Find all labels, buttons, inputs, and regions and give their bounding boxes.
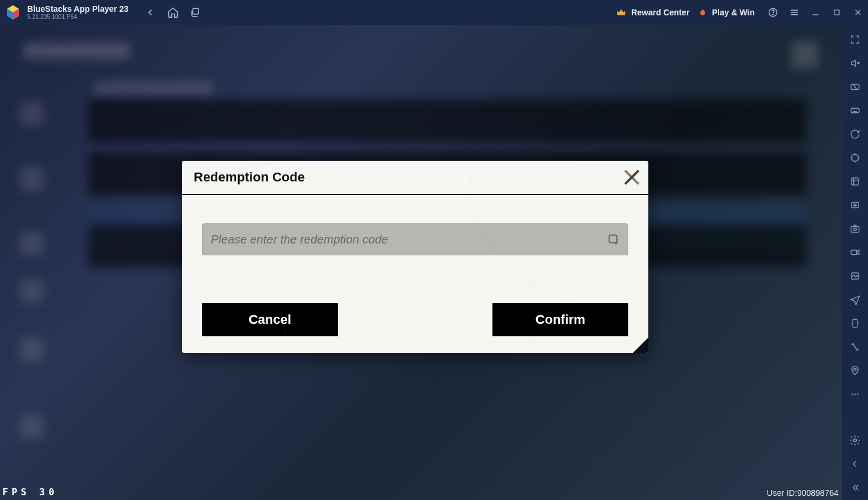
sync-icon[interactable] (849, 128, 862, 141)
home-icon[interactable] (167, 7, 179, 18)
hamburger-icon[interactable] (789, 7, 800, 18)
maximize-icon[interactable] (831, 7, 842, 18)
svg-rect-4 (609, 235, 617, 243)
app-title: BlueStacks App Player 23 (27, 5, 128, 14)
minimize-icon[interactable] (810, 7, 821, 18)
svg-point-17 (854, 394, 856, 395)
more-icon[interactable] (849, 388, 862, 401)
location-icon[interactable] (849, 364, 862, 377)
game-viewport: Redemption Code Please enter the redempt… (0, 25, 842, 500)
collapse-sidebar-icon[interactable] (849, 481, 862, 494)
recents-icon[interactable] (190, 7, 201, 18)
paste-icon[interactable] (605, 231, 622, 248)
record-icon[interactable] (849, 246, 862, 259)
reward-center-label: Reward Center (631, 8, 690, 17)
cancel-button-label: Cancel (249, 312, 291, 327)
modal-corner-notch (633, 337, 648, 353)
svg-point-15 (854, 368, 856, 371)
shake-icon[interactable] (849, 340, 862, 353)
modal-button-row: Cancel Confirm (202, 303, 628, 336)
fullscreen-icon[interactable] (849, 33, 862, 46)
svg-point-16 (851, 394, 853, 395)
cancel-button[interactable]: Cancel (202, 303, 338, 336)
play-and-win-label: Play & Win (712, 8, 755, 17)
svg-rect-14 (853, 319, 857, 327)
bluestacks-logo (5, 4, 21, 21)
keymap-icon[interactable] (849, 80, 862, 93)
settings-gear-icon[interactable] (849, 434, 862, 447)
apk-icon[interactable] (849, 199, 862, 212)
screenshot-icon[interactable] (849, 222, 862, 235)
flame-icon (698, 8, 707, 17)
keyboard-icon[interactable] (849, 104, 862, 117)
main-area: Redemption Code Please enter the redempt… (0, 25, 868, 500)
play-and-win-button[interactable]: Play & Win (698, 8, 755, 17)
titlebar: BlueStacks App Player 23 5.21.205.1001 P… (0, 0, 868, 25)
close-x-icon (622, 168, 641, 187)
svg-rect-6 (851, 108, 859, 113)
svg-point-11 (854, 228, 857, 231)
svg-rect-12 (851, 250, 857, 255)
modal-close-button[interactable] (620, 165, 644, 189)
modal-title: Redemption Code (194, 170, 305, 185)
redemption-code-modal: Redemption Code Please enter the redempt… (182, 161, 648, 353)
reward-center-button[interactable]: Reward Center (616, 7, 690, 18)
confirm-button[interactable]: Confirm (492, 303, 628, 336)
svg-point-2 (772, 14, 773, 15)
back-icon[interactable] (145, 7, 156, 18)
svg-point-19 (854, 439, 857, 442)
svg-rect-0 (193, 8, 199, 14)
volume-mute-icon[interactable] (849, 57, 862, 70)
help-icon[interactable] (768, 7, 778, 18)
redemption-code-input[interactable]: Please enter the redemption code (202, 223, 628, 255)
modal-body: Please enter the redemption code (182, 195, 648, 267)
media-folder-icon[interactable] (849, 270, 862, 283)
back-side-icon[interactable] (849, 457, 862, 470)
aim-icon[interactable] (849, 151, 862, 164)
svg-rect-8 (851, 178, 859, 185)
right-sidebar (842, 25, 868, 500)
input-placeholder: Please enter the redemption code (211, 233, 388, 246)
macro-icon[interactable] (849, 175, 862, 188)
svg-rect-10 (851, 226, 859, 232)
modal-header: Redemption Code (182, 161, 648, 195)
rotate-icon[interactable] (849, 317, 862, 330)
svg-point-7 (851, 154, 859, 161)
airplane-icon[interactable] (849, 293, 862, 306)
confirm-button-label: Confirm (536, 312, 585, 327)
title-block: BlueStacks App Player 23 5.21.205.1001 P… (27, 5, 128, 20)
svg-point-18 (857, 394, 858, 395)
crown-icon (616, 7, 626, 18)
close-window-icon[interactable] (853, 7, 863, 18)
fps-counter: FPS 30 (2, 486, 58, 498)
svg-rect-3 (834, 10, 839, 15)
user-id-label: User ID:900898764 (767, 488, 838, 498)
app-subtitle: 5.21.205.1001 P64 (27, 14, 128, 20)
